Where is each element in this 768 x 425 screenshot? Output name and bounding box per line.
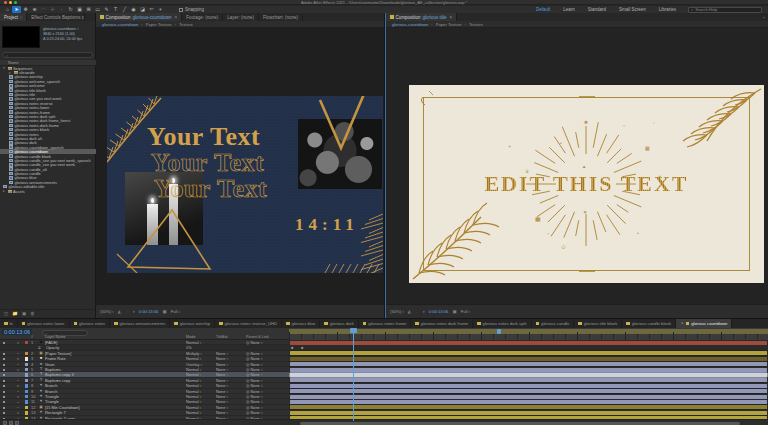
viewer-timecode[interactable]: 0:00:13:06: [429, 309, 449, 314]
twirl-icon[interactable]: ▸: [9, 71, 12, 75]
column-header-parent[interactable]: Parent & Link: [246, 335, 269, 339]
workspace-libraries[interactable]: Libraries: [657, 6, 678, 13]
eye-icon[interactable]: [3, 369, 5, 371]
layer-duration-bar[interactable]: [290, 362, 767, 366]
lock-icon[interactable]: [17, 391, 19, 393]
timeline-tab[interactable]: glorious worship: [170, 319, 215, 328]
label-color-swatch[interactable]: [25, 341, 28, 344]
lock-icon[interactable]: [17, 396, 19, 398]
twirl-icon[interactable]: ▸: [3, 189, 6, 193]
resolution-select[interactable]: Full▾: [461, 309, 470, 314]
column-header-layer-name[interactable]: Layer Name: [45, 335, 66, 339]
eye-icon[interactable]: [3, 380, 5, 382]
pickwhip-icon[interactable]: ◎: [246, 405, 250, 410]
lock-icon[interactable]: [17, 364, 19, 366]
tab-composition-countdown[interactable]: Composition glorious-countdown ×: [96, 13, 182, 21]
label-color-swatch[interactable]: [25, 395, 28, 398]
eye-icon[interactable]: [3, 396, 5, 398]
tab-composition-title[interactable]: Composition glorious title ×: [386, 13, 457, 21]
tab-project[interactable]: Project ≡: [0, 13, 27, 21]
snapping-toggle[interactable]: Snapping: [179, 7, 204, 12]
tab-footage[interactable]: Footage: (none): [182, 13, 223, 21]
label-color-swatch[interactable]: [25, 352, 28, 355]
orbit-tool-icon[interactable]: ◠: [39, 6, 48, 13]
label-color-swatch[interactable]: [25, 357, 28, 360]
shape-tool-icon[interactable]: ▭: [93, 6, 102, 13]
magnification-select[interactable]: (50%)▾: [100, 309, 114, 314]
breadcrumb-item[interactable]: Paper Texture: [146, 22, 172, 27]
safe-margins-icon[interactable]: ◭: [118, 309, 121, 314]
snapping-checkbox-icon[interactable]: [179, 8, 183, 12]
label-color-swatch[interactable]: [25, 411, 28, 414]
layer-duration-bar[interactable]: [290, 368, 767, 372]
channel-icon[interactable]: ◑: [422, 309, 425, 314]
timeline-tab[interactable]: glorious notes: [70, 319, 111, 328]
keyframe-icon[interactable]: [301, 347, 304, 350]
expand-inout-icon[interactable]: [15, 421, 19, 425]
layer-duration-bar[interactable]: [290, 411, 767, 415]
breadcrumb-item[interactable]: glorious-countdown: [102, 22, 138, 27]
close-icon[interactable]: ×: [681, 321, 684, 326]
snapshot-icon[interactable]: ▣: [162, 309, 166, 314]
label-color-swatch[interactable]: [25, 406, 28, 409]
column-header-mode[interactable]: Mode: [186, 335, 196, 339]
pickwhip-icon[interactable]: ◎: [246, 399, 250, 404]
rotation-tool-icon[interactable]: ↻: [66, 6, 75, 13]
lock-icon[interactable]: [17, 380, 19, 382]
eye-icon[interactable]: [3, 412, 5, 414]
column-header-number[interactable]: #: [31, 335, 33, 339]
project-item[interactable]: ▸Assets: [0, 189, 96, 193]
pickwhip-icon[interactable]: ◎: [246, 362, 250, 367]
timeline-tab[interactable]: glorious blue: [282, 319, 320, 328]
timeline-tab[interactable]: glorious notes dark split: [473, 319, 532, 328]
label-color-swatch[interactable]: [25, 368, 28, 371]
label-color-swatch[interactable]: [25, 390, 28, 393]
label-color-swatch[interactable]: [25, 363, 28, 366]
zoom-tool-icon[interactable]: ⊕: [30, 6, 39, 13]
safe-margins-icon[interactable]: ◭: [408, 309, 411, 314]
eraser-tool-icon[interactable]: ◪: [138, 6, 147, 13]
layer-duration-bar[interactable]: [290, 373, 767, 377]
delete-icon[interactable]: 🗑: [30, 311, 35, 316]
breadcrumb-item[interactable]: Texture: [179, 22, 193, 27]
roto-brush-tool-icon[interactable]: ✄: [147, 6, 156, 13]
mask-visibility-icon[interactable]: ◌: [125, 309, 128, 314]
layer-duration-bar[interactable]: [290, 351, 767, 355]
eye-icon[interactable]: [3, 407, 5, 409]
close-icon[interactable]: ×: [450, 15, 453, 20]
chevron-down-icon[interactable]: ▾: [77, 27, 79, 31]
eye-icon[interactable]: [3, 391, 5, 393]
tab-flowchart[interactable]: Flowchart: (none): [259, 13, 303, 21]
timeline-tab[interactable]: glorious candle: [532, 319, 575, 328]
lock-icon[interactable]: [17, 402, 19, 404]
eye-icon[interactable]: [3, 358, 5, 360]
pickwhip-icon[interactable]: ◎: [246, 383, 250, 388]
dolly-tool-icon[interactable]: ↓: [57, 6, 66, 13]
layer-duration-bar[interactable]: [290, 405, 767, 409]
playhead-handle[interactable]: [350, 328, 357, 333]
pickwhip-icon[interactable]: ◎: [246, 372, 250, 377]
current-time-field[interactable]: 0:00:13:06: [2, 329, 32, 335]
eye-icon[interactable]: [3, 374, 5, 376]
puppet-pin-tool-icon[interactable]: ⌖: [156, 6, 165, 13]
layer-duration-bar[interactable]: [290, 389, 767, 393]
pickwhip-icon[interactable]: ◎: [246, 356, 250, 361]
lock-icon[interactable]: [17, 375, 19, 377]
home-tool-icon[interactable]: ⌂: [3, 6, 12, 13]
eye-icon[interactable]: [3, 401, 5, 403]
lock-icon[interactable]: [17, 358, 19, 360]
eye-icon[interactable]: [3, 385, 5, 387]
timeline-tab[interactable]: glorious dark: [320, 319, 358, 328]
layer-duration-bar[interactable]: [290, 357, 767, 361]
project-search-input[interactable]: ⌕: [2, 52, 93, 58]
pan-behind-tool-icon[interactable]: ⊞: [84, 6, 93, 13]
layer-duration-bar[interactable]: [290, 400, 767, 404]
time-ruler[interactable]: [289, 328, 768, 340]
pickwhip-icon[interactable]: ◎: [246, 340, 250, 345]
pickwhip-icon[interactable]: ◎: [246, 367, 250, 372]
label-color-swatch[interactable]: [25, 400, 28, 403]
panel-menu-icon[interactable]: ≡: [20, 15, 22, 20]
lock-icon[interactable]: [17, 342, 19, 344]
horizontal-scrollbar[interactable]: [300, 422, 740, 425]
timeline-tab[interactable]: glorious notes lower: [18, 319, 70, 328]
